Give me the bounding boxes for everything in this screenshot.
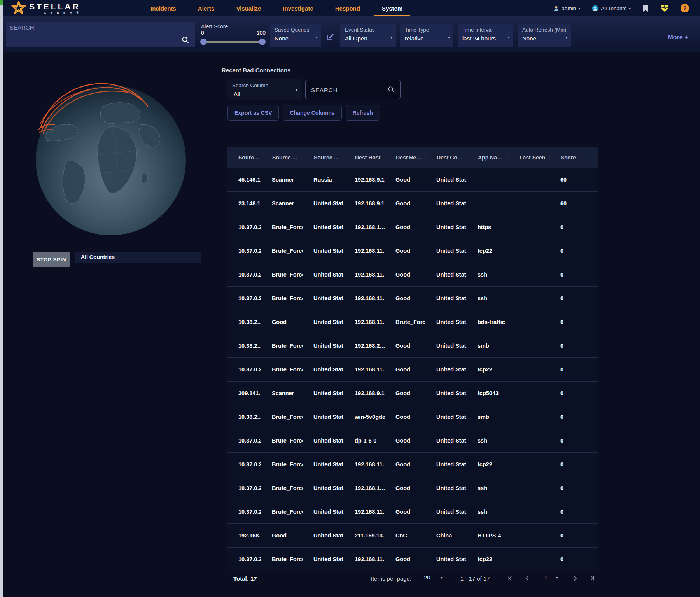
column-header[interactable]: Dest Host — [344, 154, 385, 161]
search-icon[interactable] — [182, 36, 189, 44]
refresh-button[interactable]: Refresh — [346, 105, 380, 121]
alert-score-min: 0 — [201, 30, 204, 36]
table-row[interactable]: 10.37.0.2Brute_ForcerUnited Stat…192.168… — [228, 476, 598, 500]
alert-score-slider-handle-min[interactable] — [200, 39, 207, 45]
tenant-menu[interactable]: All Tenants ▾ — [592, 5, 631, 12]
table-cell: tcp5043 — [467, 390, 508, 396]
table-cell: United Stat… — [303, 509, 344, 515]
nav-tab-incidents[interactable]: Incidents — [140, 0, 187, 16]
table-row[interactable]: 10.37.0.2Brute_ForcerUnited Stat…192.168… — [228, 263, 598, 287]
table-cell: ssh — [467, 509, 508, 515]
column-header[interactable]: Last Seen — [508, 154, 550, 161]
more-filters-button[interactable]: More + — [668, 33, 688, 41]
table-cell: Brute_Forcer — [261, 414, 303, 420]
table-cell: United Stat… — [425, 390, 467, 396]
top-nav: STELLAR C Y B E R ® Incidents Alerts Vis… — [3, 0, 700, 16]
table-cell: tcp22 — [467, 366, 508, 373]
nav-tab-respond[interactable]: Respond — [324, 0, 371, 16]
table-row[interactable]: 192.168.…GoodUnited Stat…211.159.13…CnCC… — [228, 524, 598, 548]
event-status-dropdown[interactable]: Event Status All Open ▾ — [340, 24, 396, 47]
first-page-button[interactable] — [507, 575, 513, 581]
export-csv-button[interactable]: Export as CSV — [228, 105, 279, 121]
time-type-label: Time Type — [405, 27, 444, 33]
global-search-input[interactable] — [10, 33, 175, 40]
user-menu[interactable]: admin ▾ — [553, 5, 580, 11]
edit-query-icon[interactable] — [326, 33, 334, 40]
next-page-button[interactable] — [572, 575, 578, 581]
table-cell: United Stat… — [303, 414, 344, 420]
nav-tab-alerts[interactable]: Alerts — [187, 0, 226, 16]
country-filter-select[interactable]: All Countries — [75, 252, 201, 263]
brand-logo[interactable]: STELLAR C Y B E R ® — [3, 0, 140, 16]
items-per-page-value: 20 — [424, 574, 430, 581]
column-header[interactable]: App Na… — [467, 154, 508, 161]
alert-score-slider-track[interactable] — [203, 41, 262, 43]
table-cell: Russia — [303, 177, 344, 183]
table-row[interactable]: 10.37.0.2Brute_ForcerUnited Stat…192.168… — [228, 287, 598, 310]
alert-score-filter: Alert Score 0 100 — [200, 24, 266, 47]
chevron-down-icon: ▾ — [508, 35, 510, 39]
items-per-page-select[interactable]: 20 ▾ — [422, 573, 445, 583]
saved-queries-dropdown[interactable]: Saved Queries None ▾ — [270, 24, 321, 47]
table-row[interactable]: 10.37.0.2Brute_ForcerUnited Stat…192.168… — [228, 358, 598, 382]
globe-visualization[interactable] — [29, 72, 200, 247]
alert-score-max: 100 — [257, 30, 266, 36]
health-heart-icon[interactable] — [660, 4, 669, 12]
table-row[interactable]: 45.146.1…ScannerRussia192.168.9.1GoodUni… — [228, 168, 598, 192]
table-row[interactable]: 10.38.2.…Brute_ForcerUnited Stat…192.168… — [228, 334, 598, 358]
table-row[interactable]: 209.141.…ScannerUnited Stat…192.168.9.1G… — [228, 382, 598, 405]
time-interval-value: last 24 hours — [462, 35, 504, 42]
table-search-input[interactable] — [310, 80, 386, 100]
search-icon[interactable] — [388, 86, 395, 93]
table-row[interactable]: 10.37.0.2Brute_ForcerUnited Stat…dp-1-6-… — [228, 429, 598, 453]
page-number-select[interactable]: 1 ▾ — [541, 573, 561, 583]
previous-page-button[interactable] — [524, 575, 530, 581]
column-header[interactable]: Source … — [303, 154, 344, 161]
table-row[interactable]: 10.37.0.2Brute_ForcerUnited Stat…192.168… — [228, 239, 598, 263]
table-row[interactable]: 10.37.0.2Brute_ForcerUnited Stat…192.168… — [228, 500, 598, 524]
table-cell: ssh — [467, 485, 508, 491]
table-cell: United Stat… — [425, 319, 467, 325]
event-status-label: Event Status — [345, 27, 387, 33]
change-columns-button[interactable]: Change Columns — [283, 105, 341, 121]
auto-refresh-label: Auto Refresh (Min) — [522, 27, 562, 33]
table-row[interactable]: 23.148.1…ScannerUnited Stat…192.168.9.1G… — [228, 192, 598, 215]
column-header[interactable]: Source … — [261, 154, 303, 161]
alert-score-slider-handle-max[interactable] — [259, 39, 266, 45]
table-cell: Brute_Forcer — [261, 438, 303, 444]
table-cell: 192.168.9.1 — [344, 390, 385, 396]
table-row[interactable]: 10.38.2.…GoodUnited Stat…192.168.11…Brut… — [228, 310, 598, 334]
stop-spin-button[interactable]: STOP SPIN — [33, 252, 70, 267]
table-cell: Good — [385, 438, 425, 444]
table-row[interactable]: 10.37.0.2Brute_ForcerUnited Stat…192.168… — [228, 453, 598, 476]
nav-tab-investigate[interactable]: Investigate — [272, 0, 324, 16]
last-page-button[interactable] — [589, 575, 595, 581]
table-cell: 192.168.11… — [344, 509, 385, 515]
column-header[interactable]: Score↓ — [550, 154, 598, 161]
table-cell: 60 — [550, 200, 598, 207]
auto-refresh-dropdown[interactable]: Auto Refresh (Min) None ▾ — [518, 24, 571, 47]
table-cell: United Stat… — [425, 343, 467, 349]
table-cell: Brute_Forcer — [261, 295, 303, 301]
help-icon[interactable]: ? — [681, 4, 689, 12]
table-cell: 192.168.11… — [344, 295, 385, 301]
sort-descending-icon[interactable]: ↓ — [584, 154, 588, 161]
table-cell: Scanner — [261, 390, 303, 396]
table-cell: smb — [467, 343, 508, 349]
table-cell: 10.38.2.… — [228, 319, 261, 325]
nav-tab-system[interactable]: System — [371, 0, 413, 16]
search-column-dropdown[interactable]: Search Column All ▾ — [228, 79, 302, 100]
nav-tab-visualize[interactable]: Visualize — [225, 0, 272, 16]
time-type-dropdown[interactable]: Time Type relative ▾ — [400, 24, 453, 47]
table-cell: 192.168.1.… — [344, 485, 385, 491]
table-row[interactable]: 10.37.0.2Brute_ForcerUnited Stat…192.168… — [228, 215, 598, 239]
table-row[interactable]: 10.38.2.…Brute_ForcerUnited Stat…win-5v0… — [228, 405, 598, 429]
table-cell: Good — [385, 343, 425, 349]
time-interval-dropdown[interactable]: Time Interval last 24 hours ▾ — [458, 24, 513, 47]
column-header[interactable]: Sourc… — [228, 154, 261, 161]
column-header[interactable]: Dest Co… — [425, 154, 467, 161]
search-label: SEARCH: — [10, 24, 36, 31]
bookmark-icon[interactable] — [642, 5, 649, 12]
table-cell: tcp22 — [467, 461, 508, 467]
column-header[interactable]: Dest Re… — [385, 154, 425, 161]
